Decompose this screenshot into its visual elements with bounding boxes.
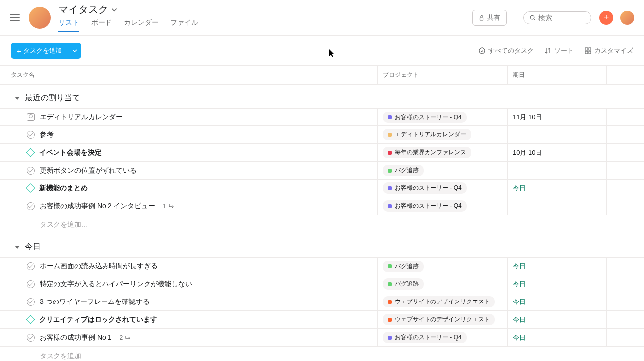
check-circle-icon[interactable] <box>27 202 35 210</box>
project-tag[interactable]: ウェブサイトのデザインリクエスト <box>383 296 495 307</box>
project-label: お客様のストーリー - Q4 <box>395 184 462 192</box>
tab-board[interactable]: ボード <box>91 18 112 32</box>
task-row[interactable]: クリエイティブはロックされていますウェブサイトのデザインリクエスト今日 <box>0 311 644 329</box>
task-extra-cell <box>606 109 644 125</box>
sort-icon <box>544 47 551 54</box>
check-circle-icon[interactable] <box>27 262 35 270</box>
project-tag[interactable]: 毎年の業界カンファレンス <box>383 147 471 158</box>
task-row[interactable]: 新機能のまとめお客様のストーリー - Q4今日 <box>0 180 644 197</box>
project-tag[interactable]: お客様のストーリー - Q4 <box>383 112 467 123</box>
task-name: お客様の成功事例 No.2 インタビュー <box>40 202 155 211</box>
project-color-dot <box>388 133 392 137</box>
task-name: イベント会場を決定 <box>39 148 102 157</box>
app-header: マイタスク リスト ボード カレンダー ファイル 共有 + <box>0 0 644 36</box>
task-extra-cell <box>606 329 644 346</box>
task-row[interactable]: 参考エディトリアルカレンダー <box>0 126 644 144</box>
task-extra-cell <box>606 293 644 310</box>
project-color-dot <box>388 204 392 208</box>
task-name-cell: 参考 <box>0 126 377 143</box>
col-due: 期日 <box>507 66 606 84</box>
section-header[interactable]: 今日 <box>0 234 644 257</box>
task-project-cell: バグ追跡 <box>377 275 507 293</box>
search-input[interactable] <box>538 14 585 22</box>
project-tag[interactable]: バグ追跡 <box>383 261 424 272</box>
task-row[interactable]: お客様の成功事例 No.2 インタビュー1お客様のストーリー - Q4 <box>0 197 644 215</box>
task-due-cell[interactable]: 今日 <box>507 311 606 328</box>
task-row[interactable]: 3 つのワイヤーフレームを確認するウェブサイトのデザインリクエスト今日 <box>0 293 644 311</box>
task-sections: 最近の割り当てエディトリアルカレンダーお客様のストーリー - Q411月 10日… <box>0 85 644 361</box>
project-tag[interactable]: ウェブサイトのデザインリクエスト <box>383 314 495 325</box>
project-tag[interactable]: バグ追跡 <box>383 165 424 176</box>
task-row[interactable]: イベント会場を決定毎年の業界カンファレンス10月 10日 <box>0 144 644 162</box>
task-due-cell[interactable] <box>507 162 606 179</box>
check-circle-icon[interactable] <box>27 298 35 306</box>
global-add-button[interactable]: + <box>599 11 613 25</box>
tab-files[interactable]: ファイル <box>170 18 198 32</box>
check-circle-icon[interactable] <box>27 167 35 175</box>
project-tag[interactable]: エディトリアルカレンダー <box>383 129 471 140</box>
customize-button[interactable]: カスタマイズ <box>585 46 633 55</box>
milestone-icon[interactable] <box>26 315 35 324</box>
tab-calendar[interactable]: カレンダー <box>124 18 159 32</box>
project-color-dot <box>388 186 392 190</box>
task-row[interactable]: 更新ボタンの位置がずれているバグ追跡 <box>0 162 644 180</box>
project-tag[interactable]: バグ追跡 <box>383 278 424 290</box>
task-extra-cell <box>606 144 644 161</box>
task-extra-cell <box>606 311 644 328</box>
project-label: バグ追跡 <box>395 166 419 175</box>
check-circle-icon[interactable] <box>27 334 35 342</box>
check-circle-icon[interactable] <box>27 280 35 288</box>
task-due-cell[interactable]: 11月 10日 <box>507 109 606 125</box>
add-task-dropdown[interactable] <box>68 43 81 59</box>
milestone-icon[interactable] <box>26 148 35 157</box>
chevron-down-icon[interactable] <box>111 6 118 13</box>
filter-all-tasks[interactable]: すべてのタスク <box>479 46 534 55</box>
section-title: 今日 <box>25 242 41 252</box>
task-due-cell[interactable]: 今日 <box>507 293 606 310</box>
check-circle-icon[interactable] <box>27 131 35 139</box>
add-task-inline[interactable]: タスクを追加 <box>0 347 644 361</box>
task-extra-cell <box>606 126 644 143</box>
task-row[interactable]: エディトリアルカレンダーお客様のストーリー - Q411月 10日 <box>0 108 644 126</box>
task-row[interactable]: ホーム画面の読み込み時間が長すぎるバグ追跡今日 <box>0 257 644 275</box>
task-name-cell: 新機能のまとめ <box>0 180 377 197</box>
task-due-cell[interactable]: 今日 <box>507 275 606 293</box>
milestone-icon[interactable] <box>26 183 35 192</box>
project-color-dot <box>388 336 392 340</box>
search-box[interactable] <box>523 11 591 24</box>
menu-icon[interactable] <box>10 14 20 21</box>
task-project-cell: 毎年の業界カンファレンス <box>377 144 507 161</box>
col-extra <box>606 66 644 84</box>
project-label: ウェブサイトのデザインリクエスト <box>395 298 490 306</box>
project-tag[interactable]: お客様のストーリー - Q4 <box>383 332 467 343</box>
project-label: お客様のストーリー - Q4 <box>395 113 462 121</box>
task-project-cell: エディトリアルカレンダー <box>377 126 507 143</box>
task-due-cell[interactable]: 今日 <box>507 258 606 275</box>
task-due-cell[interactable]: 今日 <box>507 329 606 346</box>
task-due-cell[interactable]: 10月 10日 <box>507 144 606 161</box>
project-color-dot <box>388 318 392 322</box>
project-tag[interactable]: お客様のストーリー - Q4 <box>383 182 467 194</box>
tab-list[interactable]: リスト <box>58 18 79 32</box>
add-task-inline[interactable]: タスクを追加... <box>0 215 644 234</box>
task-name-cell: エディトリアルカレンダー <box>0 109 377 125</box>
user-avatar[interactable] <box>620 11 634 25</box>
task-row[interactable]: 特定の文字が入るとハイパーリンクが機能しないバグ追跡今日 <box>0 275 644 293</box>
sort-button[interactable]: ソート <box>544 46 574 55</box>
section-header[interactable]: 最近の割り当て <box>0 85 644 108</box>
task-name-cell: クリエイティブはロックされています <box>0 311 377 328</box>
task-extra-cell <box>606 162 644 179</box>
assignee-icon[interactable] <box>27 113 35 121</box>
svg-rect-5 <box>589 48 591 50</box>
profile-avatar[interactable] <box>29 7 51 29</box>
task-due-cell[interactable]: 今日 <box>507 180 606 197</box>
task-row[interactable]: お客様の成功事例 No.12お客様のストーリー - Q4今日 <box>0 329 644 347</box>
task-name: お客様の成功事例 No.1 <box>40 333 111 342</box>
svg-rect-6 <box>585 51 588 54</box>
task-due-cell[interactable] <box>507 126 606 143</box>
add-task-button[interactable]: + タスクを追加 <box>11 43 68 59</box>
col-task-name: タスク名 <box>0 66 377 84</box>
project-tag[interactable]: お客様のストーリー - Q4 <box>383 200 467 212</box>
share-button[interactable]: 共有 <box>472 10 507 26</box>
task-due-cell[interactable] <box>507 197 606 215</box>
